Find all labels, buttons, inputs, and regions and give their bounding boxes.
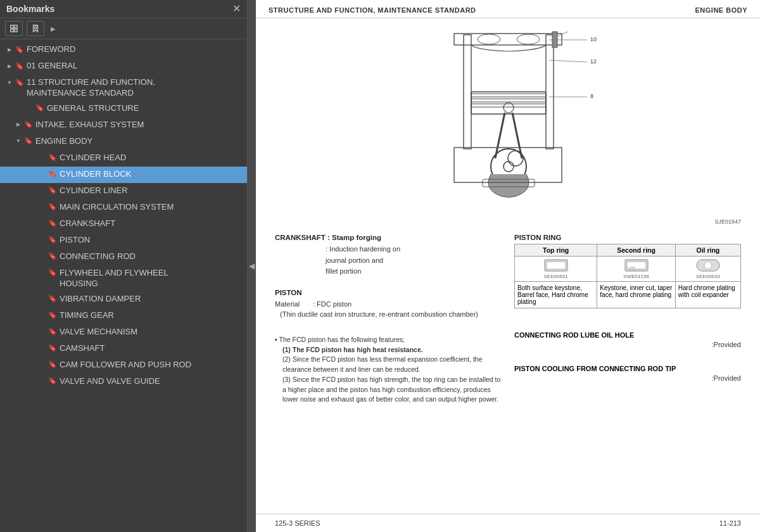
ring-col-oil: Oil ring [675,244,740,256]
arrow-engine-body [14,136,23,147]
sidebar-item-timing-gear[interactable]: 🔖 TIMING GEAR [0,308,247,324]
numbered-item-3: (3) Since the FCD piston has high streng… [282,375,502,405]
sidebar-item-piston[interactable]: 🔖 PISTON [0,232,247,249]
piston-section: PISTON Material : FDC piston (Thin ducti… [275,289,502,320]
ring-col-top: Top ring [515,244,597,256]
ring-col-second: Second ring [597,244,676,256]
label-gen-structure: GENERAL STRUCTURE [47,103,243,114]
arrow-structure [5,77,14,88]
label-conn-rod: CONNECTING ROD [60,251,243,262]
svg-rect-6 [464,35,471,149]
arrow-valve-mech [38,326,47,338]
svg-point-20 [508,151,523,166]
label-cyl-liner: CYLINDER LINER [60,185,243,196]
bookmark-icon-intake: 🔖 [24,119,33,130]
bookmark-icon-crankshaft: 🔖 [48,218,57,229]
sidebar-item-foreword[interactable]: 🔖 FOREWORD [0,42,247,58]
sidebar-item-flywheel[interactable]: 🔖 FLYWHEEL AND FLYWHEELHOUSING [0,265,247,291]
arrow-piston [38,234,47,246]
sidebar-item-cylinder-head[interactable]: 🔖 CYLINDER HEAD [0,150,247,167]
doc-footer: 125-3 SERIES 11-213 [256,514,760,532]
doc-header-left: STRUCTURE AND FUNCTION, MAINTENANCE STAN… [269,6,476,14]
arrow-cam-follower [38,359,47,370]
arrow-valve-guide [38,376,47,387]
svg-rect-14 [471,104,546,107]
doc-footer-right: 11-213 [719,519,741,527]
sidebar-item-valve-guide[interactable]: 🔖 VALVE AND VALVE GUIDE [0,374,247,390]
ring-img-second: SWE01158 [597,256,676,282]
svg-rect-32 [547,262,566,269]
engine-diagram: 10 12 8 [275,28,741,212]
bookmark-icon-valve-guide: 🔖 [48,376,57,387]
arrow-vib-damper [38,293,47,305]
sidebar: Bookmarks ✕ ▶ 🔖 FOREWORD [0,0,247,532]
ring-img-top: SEE00631 [515,256,597,282]
bookmark-icon-cyl-head: 🔖 [48,152,57,163]
sidebar-collapse-handle[interactable]: ◀ [247,0,256,532]
sidebar-item-valve-mechanism[interactable]: 🔖 VALVE MECHANISM [0,324,247,341]
arrow-cyl-block [38,168,47,180]
label-cam-follower: CAM FOLLOWER AND PUSH ROD [60,359,243,370]
bookmark-tool-button[interactable] [27,21,44,36]
label-camshaft: CAMSHAFT [60,343,243,354]
sidebar-item-connecting-rod[interactable]: 🔖 CONNECTING ROD [0,249,247,265]
label-general: 01 GENERAL [27,60,243,72]
bookmark-icon-cam-follower: 🔖 [48,359,57,370]
sidebar-list[interactable]: 🔖 FOREWORD 🔖 01 GENERAL 🔖 11 STRUCTURE A… [0,39,247,532]
crankshaft-header: CRANKSHAFT : Stamp forging [275,234,502,241]
arrow-main-circ [38,201,47,213]
bookmark-icon-flywheel: 🔖 [48,267,57,279]
label-timing-gear: TIMING GEAR [60,310,243,321]
svg-point-4 [34,27,37,29]
sidebar-item-crankshaft[interactable]: 🔖 CRANKSHAFT [0,216,247,232]
sidebar-item-intake[interactable]: 🔖 INTAKE, EXHAUST SYSTEM [0,117,247,134]
sidebar-item-main-circ[interactable]: 🔖 MAIN CIRCULATION SYSTEM [0,200,247,216]
numbered-item-2: (2) Since the FCD piston has less therma… [282,355,502,375]
label-cyl-head: CYLINDER HEAD [60,152,243,163]
sidebar-item-vibration-damper[interactable]: 🔖 VIBRATION DAMPER [0,291,247,308]
ring-desc-second: Keystone, inner cut, taper face, hard ch… [597,282,676,308]
label-foreword: FOREWORD [27,44,243,55]
doc-left-col: CRANKSHAFT : Stamp forging : Induction h… [275,234,502,405]
ring-desc-top: Both surface keystone, Barrel face, Hard… [515,282,597,308]
doc-footer-left: 125-3 SERIES [275,519,320,527]
piston-data: Material : FDC piston (Thin ductile cast… [275,299,502,320]
svg-rect-29 [552,32,557,48]
expand-collapse-button[interactable] [5,21,23,36]
sidebar-item-engine-body[interactable]: 🔖 ENGINE BODY [0,134,247,150]
bookmark-icon-gen-structure: 🔖 [35,103,44,114]
bookmark-icon-camshaft: 🔖 [48,343,57,354]
svg-text:10: 10 [590,36,597,42]
arrow-foreword [5,44,14,55]
sidebar-close-button[interactable]: ✕ [232,4,241,14]
bookmark-icon-engine-body: 🔖 [24,136,33,147]
sidebar-item-cylinder-block[interactable]: 🔖 CYLINDER BLOCK [0,167,247,183]
sidebar-item-cylinder-liner[interactable]: 🔖 CYLINDER LINER [0,183,247,200]
label-structure: 11 STRUCTURE AND FUNCTION,MAINTENANCE ST… [27,77,243,99]
svg-rect-13 [471,99,546,102]
sidebar-item-cam-follower[interactable]: 🔖 CAM FOLLOWER AND PUSH ROD [0,357,247,374]
doc-header: STRUCTURE AND FUNCTION, MAINTENANCE STAN… [256,0,760,18]
label-valve-guide: VALVE AND VALVE GUIDE [60,376,243,387]
doc-header-right: ENGINE BODY [695,6,747,14]
svg-point-9 [478,34,500,44]
sidebar-item-camshaft[interactable]: 🔖 CAMSHAFT [0,341,247,357]
svg-point-35 [704,262,712,269]
bookmark-icon-vib-damper: 🔖 [48,293,57,305]
document-panel: STRUCTURE AND FUNCTION, MAINTENANCE STAN… [256,0,760,532]
doc-content[interactable]: 10 12 8 SJE01847 CRANKSHAFT : Stamp forg… [256,18,760,514]
label-flywheel: FLYWHEEL AND FLYWHEELHOUSING [60,267,243,289]
label-vib-damper: VIBRATION DAMPER [60,293,243,305]
sidebar-item-structure[interactable]: 🔖 11 STRUCTURE AND FUNCTION,MAINTENANCE … [0,75,247,101]
sidebar-title: Bookmarks [6,4,54,14]
svg-point-19 [504,162,514,172]
conn-rod-header: CONNECTING ROD LUBE OIL HOLE [514,331,741,339]
sidebar-item-general[interactable]: 🔖 01 GENERAL [0,58,247,75]
bookmark-icon-main-circ: 🔖 [48,201,57,213]
piston-cooling-section: PISTON COOLING FROM CONNECTING ROD TIP :… [514,365,741,382]
arrow-general-structure [25,103,34,114]
svg-line-26 [549,60,587,62]
svg-rect-2 [11,29,13,32]
svg-point-10 [517,34,540,44]
sidebar-item-general-structure[interactable]: 🔖 GENERAL STRUCTURE [0,101,247,117]
